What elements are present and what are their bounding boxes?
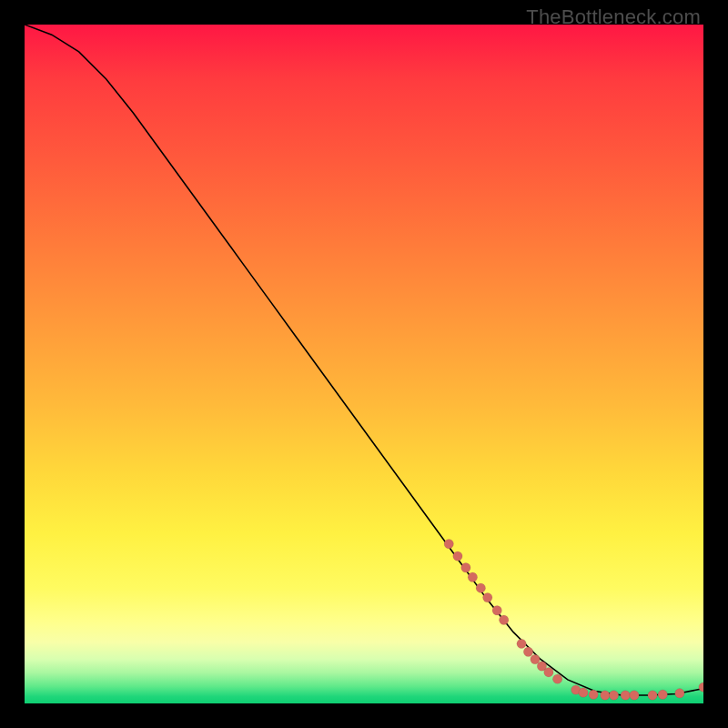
bottleneck-curve xyxy=(25,25,703,695)
data-marker xyxy=(675,689,684,698)
data-marker xyxy=(476,583,485,592)
data-marker xyxy=(544,667,553,676)
data-marker xyxy=(468,572,477,581)
plot-area xyxy=(25,25,703,703)
data-marker xyxy=(621,691,630,700)
data-marker xyxy=(699,682,703,692)
data-marker xyxy=(499,615,508,624)
data-marker xyxy=(658,690,667,699)
data-marker xyxy=(517,639,526,648)
data-marker xyxy=(444,539,453,548)
data-marker xyxy=(601,691,610,700)
data-marker xyxy=(453,551,462,561)
data-marker xyxy=(483,592,492,602)
data-marker xyxy=(648,691,657,700)
data-marker xyxy=(589,690,598,699)
data-marker xyxy=(630,691,639,700)
data-marker xyxy=(492,606,501,615)
data-marker xyxy=(609,691,618,700)
chart-stage: TheBottleneck.com xyxy=(0,0,728,728)
data-marker xyxy=(579,688,588,697)
data-marker xyxy=(461,563,470,572)
chart-overlay xyxy=(25,25,703,703)
data-marker xyxy=(552,674,561,683)
marker-group xyxy=(444,539,703,700)
data-marker xyxy=(523,647,532,656)
